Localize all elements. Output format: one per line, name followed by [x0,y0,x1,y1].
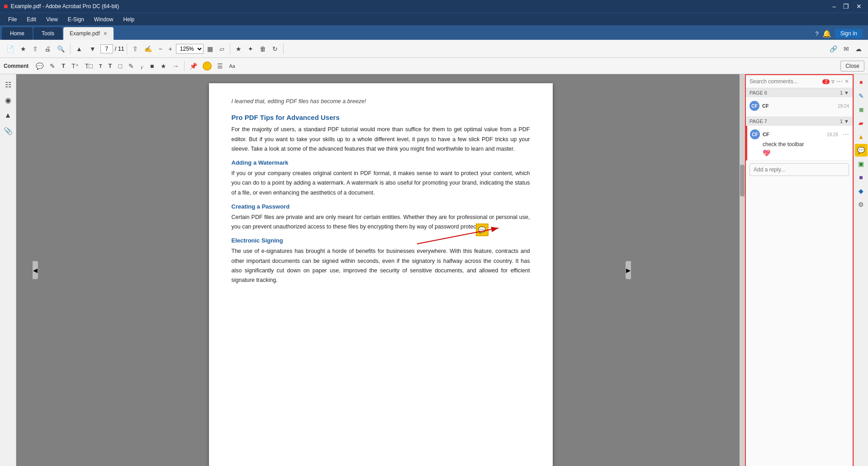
collapse-left-handle[interactable]: ◀ [33,261,38,279]
prev-page-button[interactable]: ▲ [73,43,85,54]
app-icon: ■ [4,2,8,10]
rotate-button[interactable]: ↻ [270,43,280,54]
ls-layers-icon[interactable]: ▲ [1,109,15,122]
delete-button[interactable]: 🗑 [257,43,269,54]
hand-tool[interactable]: ✍ [142,43,155,54]
eraser-btn[interactable]: ⍪ [138,61,147,71]
close-panel-button[interactable]: Close [840,61,864,71]
list-btn[interactable]: ☰ [214,61,226,71]
pointer-tool[interactable]: ⇧ [130,43,141,54]
tab-home[interactable]: Home [2,27,33,40]
comment2-like-icon[interactable]: 💖 [763,149,849,157]
rs-edit-icon[interactable]: ✎ [855,90,868,102]
help-icon[interactable]: ? [815,30,818,37]
textbox-btn[interactable]: T□ [82,61,95,71]
rs-stamps-icon[interactable]: ▲ [855,130,868,143]
next-page-button[interactable]: ▼ [87,43,99,54]
pdf-section3-body: The use of e-signatures has brought a ho… [232,247,530,285]
rs-forms-icon[interactable]: ▦ [855,103,868,116]
fill-color-btn[interactable]: ■ [147,61,157,71]
pdf-section1-heading: Adding a Watermark [232,159,530,166]
rs-tools-icon[interactable]: ⚙ [855,198,868,211]
filter-icon[interactable]: ▿ [831,78,835,85]
new-button[interactable]: 📄 [4,43,17,54]
page-number-input[interactable]: 7 [100,44,113,53]
comment-bubble-btn[interactable]: 💬 [33,61,46,71]
superscript-btn[interactable]: T⁺ [69,61,81,71]
print-button[interactable]: 🖨 [42,43,53,54]
bookmark-button[interactable]: ★ [18,43,29,54]
font-size-btn[interactable]: Aa [227,62,238,70]
tab-close-icon[interactable]: × [104,30,107,37]
pdf-section2-heading: Creating a Password [232,203,530,210]
rect-btn[interactable]: □ [116,61,125,71]
rs-share-icon[interactable]: ▣ [855,157,868,170]
comment1-time: 19:24 [838,104,849,109]
zoom-select[interactable]: 50% 75% 100% 125% 150% 200% [176,44,204,54]
app-title: ■ Example.pdf - Adobe Acrobat Pro DC (64… [4,2,119,10]
ls-attachments-icon[interactable]: 📎 [1,124,15,138]
rs-comments-icon[interactable]: 💬 [855,144,868,157]
find-button[interactable]: 🔍 [54,43,67,54]
rs-redact-icon[interactable]: ■ [855,76,868,89]
tab-tools[interactable]: Tools [33,27,62,40]
fit-page-button[interactable]: ▦ [204,43,216,54]
redact-button[interactable]: ★ [233,43,244,54]
page-navigation: ▲ ▼ 7 / 11 [73,43,124,54]
tab-file[interactable]: Example.pdf × [63,27,114,40]
main-layout: ☷ ◉ ▲ 📎 ◀ I learned that, editing PDF fi… [0,74,868,466]
page7-count: 1 ▼ [840,119,849,124]
zoom-in-button[interactable]: + [166,43,175,54]
comment2-header: CF CF 19:26 ⋯ [750,129,849,139]
bold-text-btn[interactable]: T [106,61,115,71]
menu-help[interactable]: Help [119,14,139,24]
link-button[interactable]: 🔗 [827,43,840,54]
sticky-comment-annotation[interactable]: 💬 [476,223,489,236]
collapse-right-handle[interactable]: ▶ [626,261,631,279]
notification-icon[interactable]: 🔔 [822,29,831,38]
reply-input[interactable] [750,164,849,176]
page7-header: PAGE 7 1 ▼ [746,117,853,126]
menu-view[interactable]: View [42,14,62,24]
ls-bookmark-icon[interactable]: ◉ [1,93,15,107]
cloud-button[interactable]: ☁ [853,43,864,54]
minimize-button[interactable]: – [830,2,839,11]
share-button[interactable]: ⇧ [30,43,41,54]
page6-count: 1 ▼ [840,90,849,95]
email-button[interactable]: ✉ [841,43,852,54]
ls-pages-icon[interactable]: ☷ [1,78,15,91]
pdf-main-heading: Pro PDF Tips for Advanced Users [232,114,530,121]
highlight-btn[interactable]: ✎ [47,61,58,71]
text-tool-btn[interactable]: T [59,61,68,71]
signin-button[interactable]: Sign In [835,29,863,38]
close-search-icon[interactable]: ✕ [844,78,849,85]
tab-right-buttons: ? 🔔 Sign In [815,27,868,40]
comment2-more-icon[interactable]: ⋯ [843,131,849,138]
rs-protect-icon[interactable]: ■ [855,171,868,184]
rs-measure-icon[interactable]: ▰ [855,117,868,129]
left-sidebar: ☷ ◉ ▲ 📎 [0,74,16,466]
color-picker[interactable] [203,62,212,71]
page6-label: PAGE 6 [749,90,767,95]
menu-edit[interactable]: Edit [22,14,41,24]
close-button[interactable]: ✕ [854,2,864,11]
pencil-btn[interactable]: ✎ [126,61,137,71]
menu-file[interactable]: File [4,14,21,24]
zoom-out-button[interactable]: − [156,43,165,54]
menu-window[interactable]: Window [90,14,118,24]
tab-tools-label: Tools [42,30,54,37]
more-options-icon[interactable]: ⋯ [836,78,843,85]
comment-item-1: CF CF 19:24 [746,97,853,117]
arrow-btn[interactable]: → [170,61,182,71]
pin-btn[interactable]: 📌 [187,61,200,71]
stamp-button[interactable]: ✦ [245,43,256,54]
scrollbar-thumb[interactable] [740,165,745,196]
menu-esign[interactable]: E-Sign [63,14,89,24]
rs-shield-icon[interactable]: ◆ [855,185,868,197]
stroke-color-btn[interactable]: ★ [158,61,169,71]
callout-btn[interactable]: T [96,62,105,70]
marquee-zoom[interactable]: ▱ [217,43,227,54]
vertical-scrollbar[interactable] [740,74,745,466]
maximize-button[interactable]: ❐ [840,2,852,11]
search-comments-input[interactable] [749,78,821,85]
